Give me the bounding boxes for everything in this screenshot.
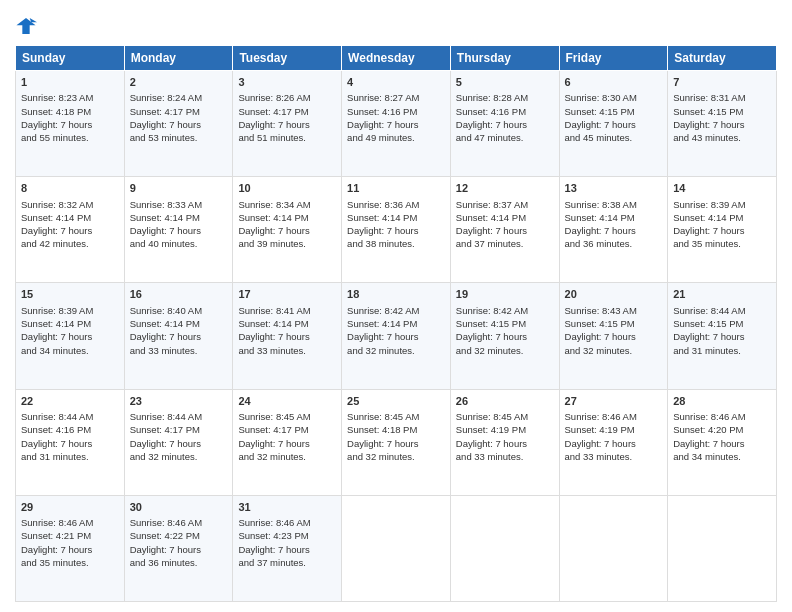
calendar-cell: 14Sunrise: 8:39 AMSunset: 4:14 PMDayligh… <box>668 177 777 283</box>
day-info: Sunset: 4:14 PM <box>21 211 119 224</box>
day-info: Sunrise: 8:37 AM <box>456 198 554 211</box>
day-number: 20 <box>565 287 663 302</box>
calendar-cell: 13Sunrise: 8:38 AMSunset: 4:14 PMDayligh… <box>559 177 668 283</box>
day-info: and 31 minutes. <box>21 450 119 463</box>
calendar-week-3: 15Sunrise: 8:39 AMSunset: 4:14 PMDayligh… <box>16 283 777 389</box>
day-info: Sunrise: 8:32 AM <box>21 198 119 211</box>
day-info: Daylight: 7 hours <box>21 118 119 131</box>
day-info: Daylight: 7 hours <box>565 437 663 450</box>
day-info: Sunrise: 8:46 AM <box>130 516 228 529</box>
day-info: Sunset: 4:19 PM <box>565 423 663 436</box>
day-info: Sunrise: 8:34 AM <box>238 198 336 211</box>
day-info: and 39 minutes. <box>238 237 336 250</box>
day-info: and 34 minutes. <box>21 344 119 357</box>
page: SundayMondayTuesdayWednesdayThursdayFrid… <box>0 0 792 612</box>
calendar-cell: 7Sunrise: 8:31 AMSunset: 4:15 PMDaylight… <box>668 71 777 177</box>
day-info: Sunset: 4:17 PM <box>130 423 228 436</box>
day-info: and 53 minutes. <box>130 131 228 144</box>
day-info: and 37 minutes. <box>456 237 554 250</box>
calendar-cell: 19Sunrise: 8:42 AMSunset: 4:15 PMDayligh… <box>450 283 559 389</box>
day-info: Sunset: 4:14 PM <box>130 211 228 224</box>
calendar-cell: 5Sunrise: 8:28 AMSunset: 4:16 PMDaylight… <box>450 71 559 177</box>
calendar-cell: 16Sunrise: 8:40 AMSunset: 4:14 PMDayligh… <box>124 283 233 389</box>
day-info: Daylight: 7 hours <box>21 543 119 556</box>
day-number: 10 <box>238 181 336 196</box>
day-info: Daylight: 7 hours <box>565 224 663 237</box>
calendar-cell: 23Sunrise: 8:44 AMSunset: 4:17 PMDayligh… <box>124 389 233 495</box>
day-info: and 49 minutes. <box>347 131 445 144</box>
day-info: Sunrise: 8:45 AM <box>347 410 445 423</box>
day-info: Daylight: 7 hours <box>456 118 554 131</box>
day-number: 21 <box>673 287 771 302</box>
day-number: 7 <box>673 75 771 90</box>
day-number: 17 <box>238 287 336 302</box>
day-info: Sunrise: 8:38 AM <box>565 198 663 211</box>
day-info: Daylight: 7 hours <box>456 224 554 237</box>
day-number: 31 <box>238 500 336 515</box>
calendar-cell <box>559 495 668 601</box>
weekday-header-friday: Friday <box>559 46 668 71</box>
day-info: and 33 minutes. <box>565 450 663 463</box>
weekday-row: SundayMondayTuesdayWednesdayThursdayFrid… <box>16 46 777 71</box>
day-info: Daylight: 7 hours <box>673 330 771 343</box>
calendar-cell <box>450 495 559 601</box>
day-info: Sunset: 4:15 PM <box>565 105 663 118</box>
day-info: and 47 minutes. <box>456 131 554 144</box>
day-info: and 32 minutes. <box>565 344 663 357</box>
day-info: Sunset: 4:15 PM <box>673 317 771 330</box>
day-info: Sunrise: 8:39 AM <box>673 198 771 211</box>
day-info: Daylight: 7 hours <box>238 543 336 556</box>
day-info: Daylight: 7 hours <box>347 330 445 343</box>
day-info: Sunrise: 8:31 AM <box>673 91 771 104</box>
calendar-cell: 12Sunrise: 8:37 AMSunset: 4:14 PMDayligh… <box>450 177 559 283</box>
calendar-cell: 26Sunrise: 8:45 AMSunset: 4:19 PMDayligh… <box>450 389 559 495</box>
day-info: Daylight: 7 hours <box>238 330 336 343</box>
day-info: and 32 minutes. <box>456 344 554 357</box>
calendar-body: 1Sunrise: 8:23 AMSunset: 4:18 PMDaylight… <box>16 71 777 602</box>
day-info: Sunset: 4:14 PM <box>238 317 336 330</box>
calendar-cell: 28Sunrise: 8:46 AMSunset: 4:20 PMDayligh… <box>668 389 777 495</box>
day-info: Daylight: 7 hours <box>238 224 336 237</box>
day-info: Daylight: 7 hours <box>238 437 336 450</box>
calendar-cell: 31Sunrise: 8:46 AMSunset: 4:23 PMDayligh… <box>233 495 342 601</box>
calendar-cell: 24Sunrise: 8:45 AMSunset: 4:17 PMDayligh… <box>233 389 342 495</box>
calendar-table: SundayMondayTuesdayWednesdayThursdayFrid… <box>15 45 777 602</box>
day-info: and 36 minutes. <box>130 556 228 569</box>
day-info: Daylight: 7 hours <box>347 224 445 237</box>
calendar-cell: 30Sunrise: 8:46 AMSunset: 4:22 PMDayligh… <box>124 495 233 601</box>
calendar-week-1: 1Sunrise: 8:23 AMSunset: 4:18 PMDaylight… <box>16 71 777 177</box>
day-info: Sunrise: 8:30 AM <box>565 91 663 104</box>
day-info: Sunrise: 8:40 AM <box>130 304 228 317</box>
calendar-cell: 1Sunrise: 8:23 AMSunset: 4:18 PMDaylight… <box>16 71 125 177</box>
day-info: and 40 minutes. <box>130 237 228 250</box>
calendar-cell: 20Sunrise: 8:43 AMSunset: 4:15 PMDayligh… <box>559 283 668 389</box>
calendar-cell: 22Sunrise: 8:44 AMSunset: 4:16 PMDayligh… <box>16 389 125 495</box>
day-info: Daylight: 7 hours <box>456 437 554 450</box>
day-info: Daylight: 7 hours <box>21 330 119 343</box>
calendar-cell: 2Sunrise: 8:24 AMSunset: 4:17 PMDaylight… <box>124 71 233 177</box>
day-info: Daylight: 7 hours <box>673 118 771 131</box>
day-number: 1 <box>21 75 119 90</box>
day-info: Sunset: 4:18 PM <box>347 423 445 436</box>
weekday-header-thursday: Thursday <box>450 46 559 71</box>
day-number: 15 <box>21 287 119 302</box>
day-info: Sunrise: 8:33 AM <box>130 198 228 211</box>
calendar-cell: 17Sunrise: 8:41 AMSunset: 4:14 PMDayligh… <box>233 283 342 389</box>
day-info: Sunrise: 8:42 AM <box>456 304 554 317</box>
day-info: and 37 minutes. <box>238 556 336 569</box>
day-info: Sunrise: 8:45 AM <box>238 410 336 423</box>
day-info: Sunrise: 8:46 AM <box>565 410 663 423</box>
day-info: Daylight: 7 hours <box>347 118 445 131</box>
day-number: 8 <box>21 181 119 196</box>
day-info: Sunset: 4:14 PM <box>130 317 228 330</box>
day-number: 11 <box>347 181 445 196</box>
day-info: and 36 minutes. <box>565 237 663 250</box>
day-info: and 32 minutes. <box>347 450 445 463</box>
day-info: and 32 minutes. <box>238 450 336 463</box>
day-number: 26 <box>456 394 554 409</box>
day-info: and 34 minutes. <box>673 450 771 463</box>
day-info: Sunrise: 8:42 AM <box>347 304 445 317</box>
day-info: Sunrise: 8:44 AM <box>21 410 119 423</box>
day-info: and 45 minutes. <box>565 131 663 144</box>
calendar-week-5: 29Sunrise: 8:46 AMSunset: 4:21 PMDayligh… <box>16 495 777 601</box>
